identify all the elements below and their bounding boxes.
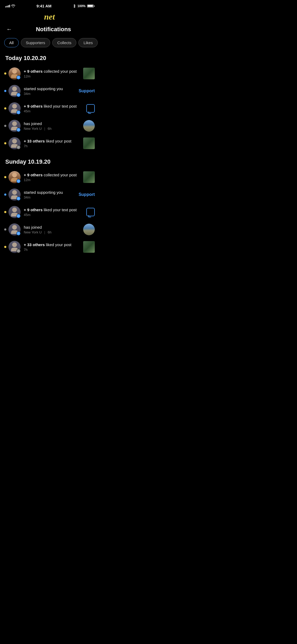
verified-badge: ✓ xyxy=(16,179,21,183)
avatar: ✓ xyxy=(8,241,21,253)
avatar: ✓ xyxy=(8,137,21,149)
avatar: ✓ xyxy=(8,206,21,218)
notif-time: 45m xyxy=(24,109,84,113)
page-title: Notifications xyxy=(13,26,94,33)
notif-dot xyxy=(4,228,6,231)
notif-dot xyxy=(4,107,6,109)
notif-content: has joined New York U | 6h xyxy=(24,225,81,234)
notif-action-text: liked your post xyxy=(46,139,72,143)
notif-dot xyxy=(4,72,6,75)
notif-comment xyxy=(86,208,95,216)
comment-icon xyxy=(86,104,95,113)
verified-badge: ✓ xyxy=(16,196,21,201)
notif-action-text: collected your post xyxy=(44,69,77,73)
notif-bold: + 9 others xyxy=(24,69,43,73)
signal-icon xyxy=(5,5,10,7)
notif-text: + 33 others liked your post xyxy=(24,242,81,247)
notif-time: 12m xyxy=(24,74,81,78)
notif-action-text: liked your text post xyxy=(44,104,77,108)
comment-icon xyxy=(86,208,95,216)
notif-sub: New York U | 6h xyxy=(24,230,81,234)
notif-bold: + 9 others xyxy=(24,208,43,212)
status-right: 100% xyxy=(73,4,94,8)
notification-item[interactable]: ✓ started supporting you 34m Support xyxy=(0,82,99,100)
notif-time: 6h xyxy=(48,230,51,234)
notification-item[interactable]: ✓ started supporting you 34m Support xyxy=(0,186,99,203)
notif-action-text: started supporting you xyxy=(24,190,63,195)
notif-thumbnail xyxy=(83,137,95,149)
bluetooth-icon xyxy=(73,4,76,8)
notif-bold: + 33 others xyxy=(24,139,45,143)
notification-item[interactable]: ✓ + 33 others liked your post 7h xyxy=(0,135,99,152)
notif-content: + 33 others liked your post 7h xyxy=(24,242,81,252)
notif-text: has joined xyxy=(24,121,81,126)
back-button[interactable]: ← xyxy=(5,25,13,34)
tab-collects[interactable]: Collects xyxy=(52,38,76,47)
tab-likes[interactable]: Likes xyxy=(78,38,98,47)
notif-dot xyxy=(4,246,6,248)
notif-content: started supporting you 34m xyxy=(24,86,76,96)
notif-dot xyxy=(4,142,6,144)
notif-content: + 33 others liked your post 7h xyxy=(24,139,81,148)
notif-text: started supporting you xyxy=(24,190,76,195)
notif-sub: New York U | 6h xyxy=(24,127,81,131)
notif-content: + 9 others collected your post 12m xyxy=(24,69,81,79)
notif-dot xyxy=(4,176,6,178)
notification-item[interactable]: ✓ + 33 others liked your post 7h xyxy=(0,238,99,256)
notification-item[interactable]: ✓ has joined New York U | 6h xyxy=(0,117,99,135)
verified-badge: ✓ xyxy=(16,128,21,132)
notif-content: + 9 others liked your text post 45m xyxy=(24,207,84,217)
status-left xyxy=(5,4,15,8)
notif-text: + 33 others liked your post xyxy=(24,139,81,144)
notif-bold: + 9 others xyxy=(24,104,43,108)
notif-text: + 9 others liked your text post xyxy=(24,207,84,213)
verified-badge: ✓ xyxy=(16,93,21,97)
notif-time: 45m xyxy=(24,213,84,217)
separator: | xyxy=(44,127,45,131)
notif-location: New York U xyxy=(24,230,42,234)
notif-text: started supporting you xyxy=(24,86,76,91)
notif-action-text: started supporting you xyxy=(24,86,63,91)
notif-content: + 9 others collected your post 12m xyxy=(24,172,81,182)
notif-dot xyxy=(4,211,6,213)
notification-item[interactable]: ✓ has joined New York U | 6h xyxy=(0,221,99,238)
separator: | xyxy=(44,230,45,234)
notif-text: + 9 others collected your post xyxy=(24,172,81,178)
notif-comment xyxy=(86,104,95,113)
notif-support[interactable]: Support xyxy=(79,89,95,93)
date-header-today: Today 10.20.20 xyxy=(0,53,99,65)
notif-building-thumb xyxy=(83,224,95,235)
notif-content: + 9 others liked your text post 45m xyxy=(24,104,84,113)
notification-item[interactable]: ✓ + 9 others liked your text post 45m xyxy=(0,203,99,221)
notif-thumbnail xyxy=(83,171,95,183)
battery-icon xyxy=(87,4,94,8)
notif-time: 7h xyxy=(24,144,81,148)
notif-location: New York U xyxy=(24,127,42,131)
verified-badge: ✓ xyxy=(16,110,21,114)
notif-action-text: has joined xyxy=(24,121,42,126)
support-button[interactable]: Support xyxy=(79,89,95,93)
notif-time: 34m xyxy=(24,195,76,199)
notif-text: + 9 others collected your post xyxy=(24,69,81,74)
notif-bold: + 33 others xyxy=(24,242,45,247)
notif-time: 34m xyxy=(24,92,76,96)
tab-all[interactable]: All xyxy=(4,38,19,47)
page-header: ← Notifications xyxy=(0,25,99,38)
avatar: ✓ xyxy=(8,67,21,80)
notif-content: started supporting you 34m xyxy=(24,190,76,200)
notif-building-thumb xyxy=(83,120,95,132)
support-button[interactable]: Support xyxy=(79,192,95,197)
notif-text: + 9 others liked your text post xyxy=(24,104,84,109)
tab-supporters[interactable]: Supporters xyxy=(21,38,50,47)
verified-badge: ✓ xyxy=(16,75,21,80)
notification-item[interactable]: ✓ + 9 others liked your text post 45m xyxy=(0,100,99,117)
notification-item[interactable]: ✓ + 9 others collected your post 12m xyxy=(0,65,99,82)
notif-time: 12m xyxy=(24,178,81,182)
notification-item[interactable]: ✓ + 9 others collected your post 12m xyxy=(0,168,99,186)
notif-text: has joined xyxy=(24,225,81,230)
notif-support[interactable]: Support xyxy=(79,192,95,197)
notif-dot xyxy=(4,90,6,92)
avatar: ✓ xyxy=(8,102,21,114)
avatar: ✓ xyxy=(8,223,21,236)
verified-badge: ✓ xyxy=(16,145,21,149)
